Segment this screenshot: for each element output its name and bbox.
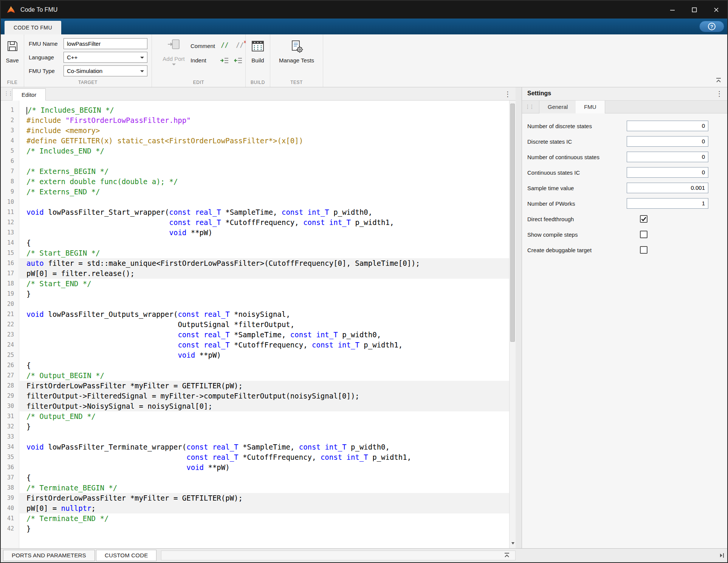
line-number: 37	[1, 473, 19, 483]
checkbox-direct-feedthrough[interactable]	[640, 215, 647, 223]
code-line: /* Terminate_END */	[20, 513, 509, 524]
line-number: 7	[1, 166, 19, 177]
line-number: 1	[1, 105, 19, 115]
code-line: OutputSignal *filterOutput,	[20, 319, 509, 330]
chevron-down-icon	[140, 70, 144, 74]
input-discrete-states-ic[interactable]	[627, 136, 708, 147]
minimize-button[interactable]	[661, 1, 683, 19]
build-button-label: Build	[246, 57, 270, 64]
save-button-label: Save	[1, 57, 24, 64]
tab-code-to-fmu[interactable]: CODE TO FMU	[5, 21, 61, 34]
toolbar-section-file: Save FILE	[1, 34, 24, 87]
line-number: 16	[1, 258, 19, 268]
line-number: 38	[1, 483, 19, 493]
line-number: 2	[1, 115, 19, 126]
expand-right-panel-icon[interactable]	[719, 552, 725, 558]
editor-menu-kebab-icon[interactable]: ⋮	[504, 90, 511, 98]
help-button[interactable]: ?	[699, 21, 724, 32]
code-area[interactable]: /* Includes_BEGIN */#include "FirstOrder…	[20, 101, 509, 548]
panel-grip-icon[interactable]: ⋮⋮	[525, 104, 533, 110]
line-number: 21	[1, 309, 19, 319]
line-number: 12	[1, 217, 19, 228]
add-port-button[interactable]: Add Port	[156, 38, 192, 69]
app-window: Code To FMU CODE TO FMU ?	[0, 0, 728, 563]
build-button[interactable]: Build	[246, 40, 270, 64]
line-number: 13	[1, 228, 19, 238]
add-port-button-label: Add Port	[156, 56, 192, 62]
tab-ports-and-parameters[interactable]: PORTS AND PARAMETERS	[3, 550, 95, 561]
ribbon-tabstrip: CODE TO FMU ?	[1, 19, 727, 34]
close-button[interactable]	[705, 1, 727, 19]
input-number-of-discrete-states[interactable]	[627, 121, 708, 131]
line-number: 22	[1, 319, 19, 330]
input-sample-time-value[interactable]	[627, 183, 708, 193]
maximize-button[interactable]	[683, 1, 705, 19]
editor-vertical-scrollbar[interactable]	[509, 101, 516, 548]
settings-form: Number of discrete statesDiscrete states…	[522, 118, 727, 257]
language-select[interactable]: C++	[64, 52, 147, 63]
code-line: {	[20, 360, 509, 371]
line-number: 14	[1, 238, 19, 248]
code-line: /* Includes_BEGIN */	[20, 105, 509, 115]
line-number: 15	[1, 248, 19, 258]
line-number: 28	[1, 381, 19, 391]
field-label-create-debuggable-target: Create debuggable target	[527, 247, 592, 253]
ribbon-toolbar: Save FILE FMU Name Language C++ FMU Type…	[1, 34, 727, 87]
input-number-of-pworks[interactable]	[627, 198, 708, 209]
tab-editor[interactable]: Editor	[12, 88, 46, 101]
code-line: const real_T *SampleTime, const int_T p_…	[20, 330, 509, 340]
code-line: filterOutput->NoisySignal = noisySignal[…	[20, 401, 509, 411]
line-number: 5	[1, 146, 19, 156]
tab-general[interactable]: General	[539, 101, 576, 113]
scroll-down-button[interactable]	[510, 540, 516, 547]
tab-fmu[interactable]: FMU	[576, 101, 605, 113]
outdent-left-icon[interactable]	[234, 57, 243, 64]
fmu-name-input[interactable]	[64, 38, 147, 49]
code-line	[20, 197, 509, 207]
field-label-number-of-continuous-states: Number of continuous states	[527, 154, 599, 160]
indent-right-icon[interactable]	[220, 57, 229, 64]
code-line: /* extern double func(double a); */	[20, 177, 509, 187]
manage-tests-button[interactable]: Manage Tests	[270, 40, 323, 64]
field-label-number-of-discrete-states: Number of discrete states	[527, 123, 592, 129]
code-line: void lowPassFilter_Start_wrapper(const r…	[20, 207, 509, 217]
collapse-ribbon-icon[interactable]	[715, 78, 722, 85]
manage-tests-button-label: Manage Tests	[270, 57, 323, 64]
line-number: 41	[1, 513, 19, 524]
line-number: 11	[1, 207, 19, 217]
settings-field-row: Discrete states IC	[522, 133, 727, 149]
line-number: 8	[1, 177, 19, 187]
save-button[interactable]: Save	[1, 40, 24, 64]
line-number: 32	[1, 422, 19, 432]
code-line: void **pW)	[20, 462, 509, 473]
scrollbar-thumb[interactable]	[510, 104, 515, 342]
line-number: 24	[1, 340, 19, 350]
editor-panel: ⋮⋮ Editor ⋮ 1234567891011121314151617181…	[1, 87, 516, 548]
checkbox-show-compile-steps[interactable]	[640, 231, 647, 238]
panel-grip-icon[interactable]: ⋮⋮	[4, 90, 12, 96]
input-number-of-continuous-states[interactable]	[627, 152, 708, 162]
restore-panel-icon[interactable]	[503, 552, 510, 558]
code-line: /* Externs_END */	[20, 187, 509, 197]
window-controls	[661, 1, 727, 19]
code-line: const real_T *CutoffFrequency, const int…	[20, 452, 509, 462]
code-line: const real_T *CutoffFrequency, const int…	[20, 217, 509, 228]
line-number: 9	[1, 187, 19, 197]
bottom-bar: PORTS AND PARAMETERS CUSTOM CODE	[1, 548, 727, 562]
line-number: 17	[1, 268, 19, 279]
section-label-build: BUILD	[246, 80, 270, 85]
fmu-type-select[interactable]: Co-Simulation	[64, 65, 147, 76]
comment-icon[interactable]: //	[221, 41, 228, 49]
code-line: void **pW)	[20, 228, 509, 238]
field-label-direct-feedthrough: Direct feedthrough	[527, 216, 574, 222]
input-continuous-states-ic[interactable]	[627, 167, 708, 178]
uncomment-icon[interactable]: //x	[236, 41, 243, 49]
line-number: 30	[1, 401, 19, 411]
settings-field-row: Number of continuous states	[522, 149, 727, 164]
settings-menu-kebab-icon[interactable]: ⋮	[716, 90, 723, 98]
tab-custom-code[interactable]: CUSTOM CODE	[96, 550, 156, 561]
line-number: 29	[1, 391, 19, 401]
checkbox-create-debuggable-target[interactable]	[640, 246, 647, 254]
code-line: pW[0] = nullptr;	[20, 503, 509, 513]
code-line: /* Terminate_BEGIN */	[20, 483, 509, 493]
